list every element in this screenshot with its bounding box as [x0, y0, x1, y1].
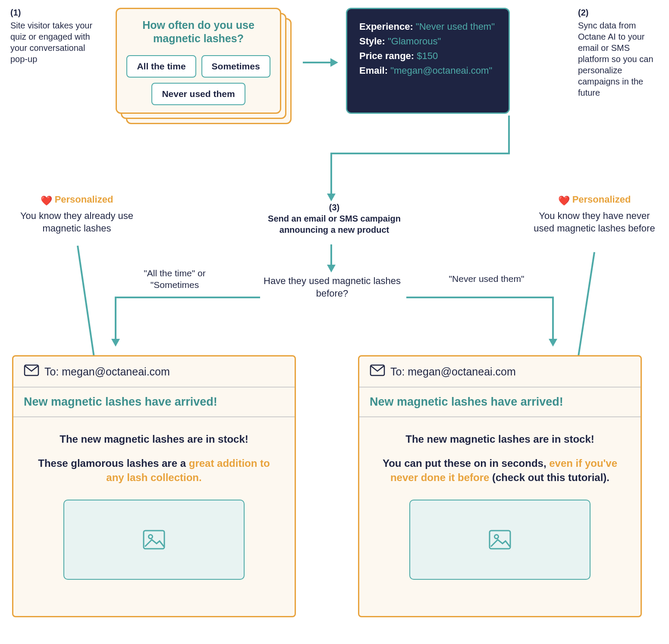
- arrow-quiz-to-data: [300, 52, 339, 73]
- arrow-data-to-step3: [311, 114, 518, 209]
- email-card-left: To: megan@octaneai.com New magnetic lash…: [12, 355, 296, 617]
- branch-arrows: [99, 296, 569, 352]
- arrow-step3-to-decision: [323, 242, 340, 275]
- svg-marker-5: [111, 339, 120, 347]
- svg-marker-2: [327, 194, 336, 201]
- email-left-body: The new magnetic lashes are in stock! Th…: [13, 417, 295, 594]
- email-card-right: To: megan@octaneai.com New magnetic lash…: [358, 355, 642, 617]
- branch-label-right: "Never used them": [435, 273, 538, 284]
- step3-annotation: (3) Send an email or SMS campaign announ…: [267, 202, 401, 235]
- quiz-option-all-the-time[interactable]: All the time: [126, 55, 196, 78]
- step2-num: (2): [578, 7, 662, 18]
- email-left-p1: The new magnetic lashes are in stock!: [32, 432, 276, 447]
- email-left-to: To: megan@octaneai.com: [44, 366, 170, 378]
- email-right-header: To: megan@octaneai.com: [359, 356, 641, 388]
- data-experience: Experience: "Never used them": [359, 19, 496, 34]
- step2-text: Sync data from Octane AI to your email o…: [578, 21, 653, 97]
- badge-right-text: You know they have never used magnetic l…: [530, 210, 659, 234]
- badge-left-header: ❤️Personalized: [12, 194, 141, 206]
- data-style: Style: "Glamorous": [359, 34, 496, 49]
- svg-marker-1: [330, 58, 338, 67]
- step3-num: (3): [329, 203, 339, 212]
- quiz-question: How often do you use magnetic lashes?: [124, 19, 273, 46]
- image-icon: [142, 529, 166, 550]
- heart-icon: ❤️: [41, 195, 52, 206]
- email-right-to: To: megan@octaneai.com: [390, 366, 516, 378]
- email-right-p1: The new magnetic lashes are in stock!: [378, 432, 622, 447]
- step1-annotation: (1) Site visitor takes your quiz or enga…: [10, 7, 104, 65]
- quiz-options: All the time Sometimes Never used them: [124, 55, 273, 105]
- quiz-option-never[interactable]: Never used them: [151, 83, 245, 105]
- branch-label-left: "All the time" or "Sometimes: [123, 267, 226, 291]
- email-left-header: To: megan@octaneai.com: [13, 356, 295, 388]
- personalized-badge-left: ❤️Personalized You know they already use…: [12, 194, 141, 234]
- data-price: Price range: $150: [359, 49, 496, 63]
- svg-marker-4: [327, 265, 336, 272]
- svg-point-13: [149, 535, 153, 538]
- email-right-body: The new magnetic lashes are in stock! Yo…: [359, 417, 641, 594]
- email-left-subject: New magnetic lashes have arrived!: [13, 388, 295, 417]
- badge-left-text: You know they already use magnetic lashe…: [12, 210, 141, 234]
- envelope-icon: [24, 364, 39, 379]
- envelope-icon: [370, 364, 385, 379]
- data-email: Email: "megan@octaneai.com": [359, 63, 496, 78]
- email-left-p2: These glamorous lashes are a great addit…: [32, 456, 276, 485]
- email-right-subject: New magnetic lashes have arrived!: [359, 388, 641, 417]
- svg-rect-12: [144, 531, 164, 549]
- step1-num: (1): [10, 7, 104, 18]
- heart-icon: ❤️: [558, 195, 570, 206]
- email-right-p2: You can put these on in seconds, even if…: [378, 456, 622, 485]
- step3-text: Send an email or SMS campaign announcing…: [268, 214, 401, 234]
- personalized-badge-right: ❤️Personalized You know they have never …: [530, 194, 659, 234]
- quiz-option-sometimes[interactable]: Sometimes: [201, 55, 270, 78]
- profile-data-card: Experience: "Never used them" Style: "Gl…: [346, 8, 510, 114]
- step1-text: Site visitor takes your quiz or engaged …: [10, 21, 92, 64]
- email-left-image-placeholder: [63, 500, 245, 580]
- badge-right-header: ❤️Personalized: [530, 194, 659, 206]
- decision-question: Have they used magnetic lashes before?: [263, 275, 401, 300]
- svg-marker-6: [549, 339, 557, 347]
- email-right-image-placeholder: [409, 500, 590, 580]
- svg-point-16: [495, 535, 499, 538]
- image-icon: [488, 529, 512, 550]
- svg-rect-15: [490, 531, 510, 549]
- quiz-card: How often do you use magnetic lashes? Al…: [116, 8, 281, 114]
- step2-annotation: (2) Sync data from Octane AI to your ema…: [578, 7, 662, 98]
